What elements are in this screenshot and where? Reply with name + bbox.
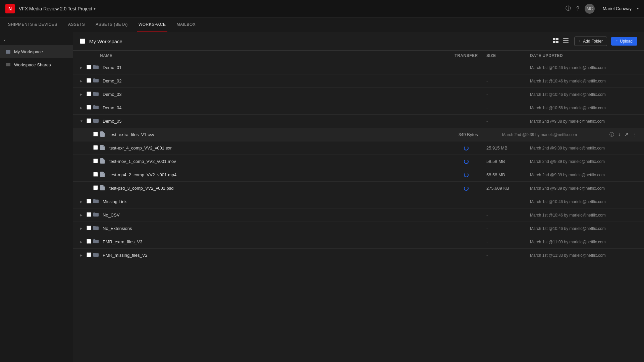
nav-assets-beta[interactable]: ASSETS (BETA) bbox=[94, 17, 129, 32]
item-date: March 1st @10:46 by marielc@netflix.com bbox=[530, 199, 637, 204]
sidebar-item-workspace-shares[interactable]: Workspace Shares bbox=[0, 58, 73, 71]
grid-view-button[interactable] bbox=[551, 36, 560, 46]
main-layout: ‹ My Workspace Workspace Shares bbox=[0, 32, 644, 362]
svg-rect-3 bbox=[553, 38, 555, 40]
page-title: My Workspace bbox=[89, 39, 547, 44]
item-size: 58.58 MB bbox=[486, 172, 530, 177]
item-date: March 1st @11:33 by marielc@netflix.com bbox=[530, 253, 637, 258]
nav-assets[interactable]: ASSETS bbox=[67, 17, 86, 32]
svg-rect-7 bbox=[563, 38, 569, 39]
row-checkbox[interactable] bbox=[87, 239, 93, 245]
expand-icon[interactable]: ▶ bbox=[80, 253, 87, 257]
nav-mailbox[interactable]: MAILBOX bbox=[175, 17, 197, 32]
row-checkbox[interactable] bbox=[87, 65, 93, 70]
netflix-logo: N bbox=[5, 4, 15, 13]
list-item[interactable]: ▶ Demo_04 - March 1st @10:56 by marielc@… bbox=[73, 101, 644, 115]
select-all-checkbox[interactable] bbox=[80, 39, 85, 44]
upload-icon: ↑ bbox=[616, 39, 618, 44]
folder-icon bbox=[93, 118, 100, 124]
item-date: March 1st @11:09 by marielc@netflix.com bbox=[530, 240, 637, 244]
expand-icon[interactable]: ▶ bbox=[80, 93, 87, 96]
sidebar-collapse-button[interactable]: ‹ bbox=[0, 35, 73, 45]
transfer-spinner bbox=[464, 173, 469, 177]
transfer-status[interactable] bbox=[446, 159, 486, 164]
share-action-button[interactable]: ↗ bbox=[625, 132, 629, 138]
topbar-icons: ⓘ ? MC Mariel Conway ▾ bbox=[566, 4, 639, 14]
upload-label: Upload bbox=[620, 39, 633, 44]
item-size: 25.915 MB bbox=[486, 145, 530, 150]
info-action-button[interactable]: ⓘ bbox=[609, 132, 614, 138]
item-size: - bbox=[486, 78, 530, 83]
item-date: March 2nd @9:39 by marielc@netflix.com bbox=[530, 159, 637, 164]
row-checkbox[interactable] bbox=[93, 172, 100, 178]
expand-icon[interactable]: ▶ bbox=[80, 79, 87, 83]
expand-icon[interactable]: ▼ bbox=[80, 119, 87, 123]
row-checkbox[interactable] bbox=[93, 159, 100, 164]
list-item[interactable]: ▼ Demo_05 - March 2nd @9:38 by marielc@n… bbox=[73, 115, 644, 128]
list-item[interactable]: test-mp4_2_comp_VV2_v001.mp4 58.58 MB Ma… bbox=[73, 168, 644, 182]
item-size: - bbox=[486, 239, 530, 244]
item-name: test-exr_4_comp_VV2_v001.exr bbox=[109, 145, 446, 150]
row-checkbox[interactable] bbox=[87, 252, 93, 258]
row-checkbox[interactable] bbox=[87, 226, 93, 231]
item-size: - bbox=[486, 105, 530, 110]
sidebar-item-my-workspace[interactable]: My Workspace bbox=[0, 45, 73, 58]
list-view-button[interactable] bbox=[561, 36, 570, 46]
item-date: March 2nd @9:39 by marielc@netflix.com bbox=[530, 186, 637, 191]
row-checkbox[interactable] bbox=[87, 105, 93, 111]
row-checkbox[interactable] bbox=[87, 118, 93, 124]
svg-rect-5 bbox=[553, 41, 555, 43]
list-item[interactable]: ▶ PMR_extra_files_V3 - March 1st @11:09 … bbox=[73, 235, 644, 249]
row-checkbox[interactable] bbox=[87, 212, 93, 218]
item-name: No_Extensions bbox=[103, 226, 446, 231]
row-checkbox[interactable] bbox=[87, 78, 93, 84]
item-name: PMR_extra_files_V3 bbox=[103, 239, 446, 244]
transfer-status[interactable] bbox=[446, 173, 486, 177]
list-item[interactable]: test-mov_1_comp_VV2_v001.mov 58.58 MB Ma… bbox=[73, 155, 644, 168]
help-icon[interactable]: ? bbox=[576, 6, 579, 12]
more-action-button[interactable]: ⋮ bbox=[633, 132, 637, 138]
expand-icon[interactable]: ▶ bbox=[80, 213, 87, 217]
expand-icon[interactable]: ▶ bbox=[80, 106, 87, 110]
user-dropdown-arrow[interactable]: ▾ bbox=[637, 7, 639, 10]
list-item[interactable]: ▶ Demo_01 - March 1st @10:46 by marielc@… bbox=[73, 61, 644, 74]
row-actions: ⓘ ↓ ↗ ⋮ bbox=[609, 132, 637, 138]
list-item[interactable]: ▶ No_Extensions - March 1st @10:46 by ma… bbox=[73, 222, 644, 235]
row-checkbox[interactable] bbox=[87, 92, 93, 97]
item-name: Missing Link bbox=[103, 199, 446, 204]
list-item[interactable]: ▶ Demo_02 - March 1st @10:46 by marielc@… bbox=[73, 74, 644, 88]
nav-shipments[interactable]: SHIPMENTS & DEVICES bbox=[7, 17, 59, 32]
table-header: Name Transfer Size Date Updated bbox=[73, 51, 644, 61]
col-header-date: Date Updated bbox=[530, 53, 637, 58]
row-checkbox[interactable] bbox=[87, 199, 93, 204]
list-item[interactable]: test_extra_files_V1.csv 349 Bytes March … bbox=[73, 128, 644, 141]
list-item[interactable]: ▶ PMR_missing_files_V2 - March 1st @11:3… bbox=[73, 249, 644, 262]
folder-icon bbox=[93, 239, 100, 245]
upload-button[interactable]: ↑ Upload bbox=[611, 37, 637, 46]
svg-rect-8 bbox=[563, 40, 569, 41]
item-size: - bbox=[486, 226, 530, 231]
list-item[interactable]: ▶ Missing Link - March 1st @10:46 by mar… bbox=[73, 195, 644, 208]
row-checkbox[interactable] bbox=[93, 185, 100, 191]
project-dropdown-arrow[interactable]: ▾ bbox=[94, 6, 96, 11]
expand-icon[interactable]: ▶ bbox=[80, 66, 87, 69]
add-folder-button[interactable]: + Add Folder bbox=[574, 37, 607, 46]
transfer-spinner bbox=[464, 146, 469, 150]
expand-icon[interactable]: ▶ bbox=[80, 200, 87, 203]
transfer-status[interactable] bbox=[446, 146, 486, 150]
transfer-status[interactable] bbox=[446, 186, 486, 191]
nav-workspace[interactable]: WORKSPACE bbox=[137, 17, 167, 32]
list-item[interactable]: ▶ No_CSV - March 1st @10:46 by marielc@n… bbox=[73, 208, 644, 222]
row-checkbox[interactable] bbox=[93, 145, 100, 151]
user-name[interactable]: Mariel Conway bbox=[603, 6, 632, 11]
file-icon bbox=[100, 172, 107, 178]
item-name: Demo_01 bbox=[103, 65, 446, 70]
list-item[interactable]: ▶ Demo_03 - March 1st @10:46 by marielc@… bbox=[73, 88, 644, 101]
info-icon[interactable]: ⓘ bbox=[566, 5, 571, 12]
list-item[interactable]: test-exr_4_comp_VV2_v001.exr 25.915 MB M… bbox=[73, 141, 644, 155]
expand-icon[interactable]: ▶ bbox=[80, 227, 87, 230]
list-item[interactable]: test-psd_3_comp_VV2_v001.psd 275.609 KB … bbox=[73, 182, 644, 195]
download-action-button[interactable]: ↓ bbox=[618, 132, 621, 138]
expand-icon[interactable]: ▶ bbox=[80, 240, 87, 244]
row-checkbox[interactable] bbox=[93, 132, 100, 137]
